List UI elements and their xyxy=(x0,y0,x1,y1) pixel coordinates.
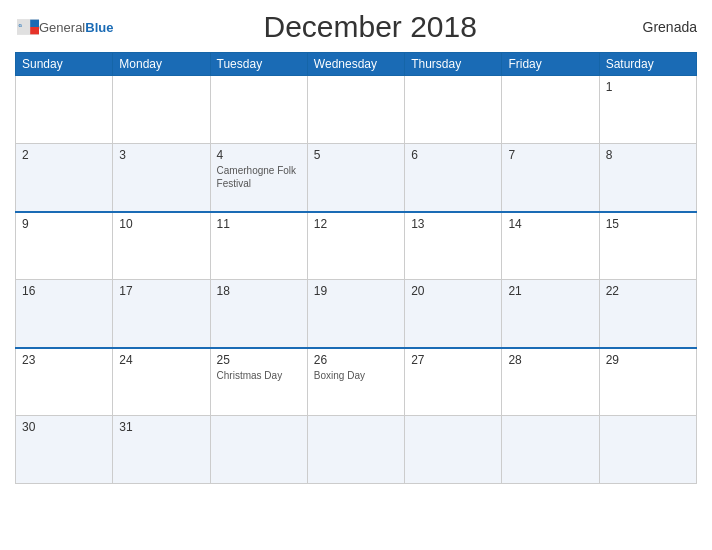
logo: G GeneralBlue xyxy=(15,19,113,35)
day-number: 5 xyxy=(314,148,398,162)
day-number: 4 xyxy=(217,148,301,162)
calendar-cell: 29 xyxy=(599,348,696,416)
day-number: 25 xyxy=(217,353,301,367)
calendar-cell: 3 xyxy=(113,144,210,212)
day-number: 29 xyxy=(606,353,690,367)
logo-general-text: General xyxy=(39,20,85,35)
days-header-row: Sunday Monday Tuesday Wednesday Thursday… xyxy=(16,53,697,76)
day-number: 21 xyxy=(508,284,592,298)
calendar-cell: 13 xyxy=(405,212,502,280)
calendar-cell: 18 xyxy=(210,280,307,348)
calendar-cell: 22 xyxy=(599,280,696,348)
calendar-cell: 20 xyxy=(405,280,502,348)
calendar-cell: 12 xyxy=(307,212,404,280)
calendar-cell: 30 xyxy=(16,416,113,484)
day-number: 20 xyxy=(411,284,495,298)
calendar-cell: 5 xyxy=(307,144,404,212)
calendar-cell: 1 xyxy=(599,76,696,144)
day-number: 17 xyxy=(119,284,203,298)
calendar-cell: 2 xyxy=(16,144,113,212)
calendar-cell xyxy=(405,76,502,144)
calendar-cell: 27 xyxy=(405,348,502,416)
svg-rect-3 xyxy=(30,20,39,27)
day-number: 23 xyxy=(22,353,106,367)
header-tuesday: Tuesday xyxy=(210,53,307,76)
calendar-table: Sunday Monday Tuesday Wednesday Thursday… xyxy=(15,52,697,484)
calendar-cell: 11 xyxy=(210,212,307,280)
day-number: 8 xyxy=(606,148,690,162)
svg-text:G: G xyxy=(18,23,22,28)
calendar-week-row: 9101112131415 xyxy=(16,212,697,280)
calendar-event: Boxing Day xyxy=(314,369,398,382)
calendar-cell: 23 xyxy=(16,348,113,416)
calendar-cell: 26Boxing Day xyxy=(307,348,404,416)
calendar-cell: 21 xyxy=(502,280,599,348)
calendar-week-row: 16171819202122 xyxy=(16,280,697,348)
header-thursday: Thursday xyxy=(405,53,502,76)
day-number: 9 xyxy=(22,217,106,231)
day-number: 16 xyxy=(22,284,106,298)
header-saturday: Saturday xyxy=(599,53,696,76)
calendar-cell: 15 xyxy=(599,212,696,280)
calendar-cell xyxy=(405,416,502,484)
calendar-event: Christmas Day xyxy=(217,369,301,382)
calendar-page: G GeneralBlue December 2018 Grenada Sund… xyxy=(0,0,712,550)
header-sunday: Sunday xyxy=(16,53,113,76)
svg-rect-4 xyxy=(30,27,39,34)
calendar-cell: 31 xyxy=(113,416,210,484)
calendar-cell xyxy=(307,76,404,144)
day-number: 14 xyxy=(508,217,592,231)
calendar-cell xyxy=(16,76,113,144)
header-friday: Friday xyxy=(502,53,599,76)
calendar-cell xyxy=(210,416,307,484)
calendar-week-row: 3031 xyxy=(16,416,697,484)
day-number: 10 xyxy=(119,217,203,231)
month-title: December 2018 xyxy=(113,10,627,44)
day-number: 18 xyxy=(217,284,301,298)
day-number: 7 xyxy=(508,148,592,162)
day-number: 13 xyxy=(411,217,495,231)
calendar-cell: 10 xyxy=(113,212,210,280)
day-number: 1 xyxy=(606,80,690,94)
calendar-cell xyxy=(210,76,307,144)
calendar-cell: 6 xyxy=(405,144,502,212)
day-number: 15 xyxy=(606,217,690,231)
calendar-cell xyxy=(307,416,404,484)
day-number: 6 xyxy=(411,148,495,162)
calendar-cell: 14 xyxy=(502,212,599,280)
day-number: 26 xyxy=(314,353,398,367)
calendar-cell: 8 xyxy=(599,144,696,212)
calendar-cell xyxy=(502,76,599,144)
calendar-cell xyxy=(113,76,210,144)
day-number: 31 xyxy=(119,420,203,434)
calendar-week-row: 234Camerhogne Folk Festival5678 xyxy=(16,144,697,212)
page-header: G GeneralBlue December 2018 Grenada xyxy=(15,10,697,44)
day-number: 27 xyxy=(411,353,495,367)
calendar-week-row: 232425Christmas Day26Boxing Day272829 xyxy=(16,348,697,416)
day-number: 24 xyxy=(119,353,203,367)
calendar-cell: 28 xyxy=(502,348,599,416)
calendar-cell: 24 xyxy=(113,348,210,416)
day-number: 2 xyxy=(22,148,106,162)
day-number: 30 xyxy=(22,420,106,434)
calendar-cell: 19 xyxy=(307,280,404,348)
calendar-cell: 4Camerhogne Folk Festival xyxy=(210,144,307,212)
calendar-cell: 16 xyxy=(16,280,113,348)
header-monday: Monday xyxy=(113,53,210,76)
header-wednesday: Wednesday xyxy=(307,53,404,76)
country-name: Grenada xyxy=(627,19,697,35)
calendar-cell: 25Christmas Day xyxy=(210,348,307,416)
calendar-cell xyxy=(502,416,599,484)
calendar-cell: 17 xyxy=(113,280,210,348)
day-number: 3 xyxy=(119,148,203,162)
day-number: 28 xyxy=(508,353,592,367)
day-number: 11 xyxy=(217,217,301,231)
calendar-event: Camerhogne Folk Festival xyxy=(217,164,301,190)
day-number: 12 xyxy=(314,217,398,231)
calendar-cell xyxy=(599,416,696,484)
day-number: 19 xyxy=(314,284,398,298)
calendar-week-row: 1 xyxy=(16,76,697,144)
day-number: 22 xyxy=(606,284,690,298)
calendar-cell: 9 xyxy=(16,212,113,280)
logo-icon: G xyxy=(17,19,39,35)
